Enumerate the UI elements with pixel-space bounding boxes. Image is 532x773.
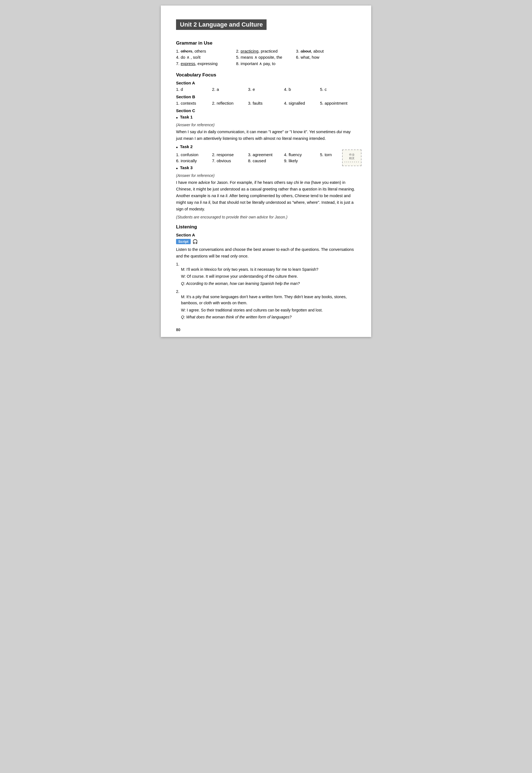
vocab-section-a-label: Section A (176, 81, 356, 85)
conv2-Q: Q: What does the woman think of the writ… (181, 314, 356, 320)
conv2-W: W: I agree. So their traditional stories… (181, 307, 356, 313)
grammar-cell-3-1: 7. express, expressing (176, 61, 236, 66)
grammar-text: 1. others, others (176, 49, 206, 53)
script-badge: Script (176, 239, 191, 244)
bullet-icon: • (176, 115, 178, 122)
grammar-heading: Grammar in Use (176, 40, 356, 46)
grammar-text: 7. express, expressing (176, 61, 218, 66)
vocab-b-2: 2. reflection (212, 101, 248, 105)
conversation-1: 1. M: I'll work in Mexico for only two y… (176, 262, 356, 287)
task1-body: When I say dui in daily communication, i… (176, 129, 356, 142)
conv1-Q: Q: According to the woman, how can learn… (181, 280, 356, 287)
vocab-a-5: 5. c (320, 87, 356, 92)
task3-body2: (Students are encouraged to provide thei… (176, 215, 356, 219)
grammar-text: 5. means ∧ opposite, the (236, 55, 282, 60)
grammar-text: 3. about, about (296, 49, 324, 53)
grammar-row-2: 4. do ∧ , so/it 5. means ∧ opposite, the… (176, 55, 356, 60)
stamp-line2: 精灵 (349, 156, 355, 160)
stamp: 作业 精灵 • • • • • • • • (342, 150, 361, 166)
grammar-row-3: 7. express, expressing 8. important ∧ pa… (176, 61, 356, 66)
unit-title: Unit 2 Language and Culture (176, 19, 267, 30)
grammar-cell-1-1: 1. others, others (176, 49, 236, 53)
task1-label: Task 1 (180, 115, 193, 119)
grammar-cell-2-1: 4. do ∧ , so/it (176, 55, 236, 60)
task2-label: Task 2 (180, 144, 193, 149)
vocab-a-3: 3. e (248, 87, 284, 92)
stamp-dots: • • • • • • • • (345, 161, 359, 163)
task3-note: (Answer for reference) (176, 173, 356, 178)
grammar-row-1: 1. others, others 2. practicing, practic… (176, 49, 356, 53)
task3-body1: I have more advice for Jason. For exampl… (176, 179, 356, 213)
listening-section-a-label: Section A (176, 233, 356, 237)
conv1-M: M: I'll work in Mexico for only two year… (181, 266, 356, 272)
listening-intro: Listen to the conversations and choose t… (176, 246, 356, 260)
vocab-a-1: 1. d (176, 87, 212, 92)
task2-1: 1. confusion (176, 152, 212, 157)
vocab-section-b-label: Section B (176, 94, 356, 99)
vocab-section-c-label: Section C (176, 108, 356, 113)
script-line: Script 🎧 (176, 239, 356, 244)
task2-4: 4. fluency (284, 152, 320, 157)
grammar-text: 4. do ∧ , so/it (176, 55, 201, 60)
vocabulary-heading: Vocabulary Focus (176, 72, 356, 78)
conversation-2: 2. M: It's a pity that some languages do… (176, 289, 356, 320)
conv1-W: W: Of course. It will improve your under… (181, 273, 356, 279)
task3-label: Task 3 (180, 165, 193, 170)
vocab-b-3: 3. faults (248, 101, 284, 105)
listening-heading: Listening (176, 224, 356, 230)
task2-bullet: • Task 2 (176, 144, 356, 151)
grammar-cell-3-3 (296, 61, 356, 66)
task3-bullet: • Task 3 (176, 165, 356, 172)
grammar-text: 6. what, how (296, 55, 319, 60)
task1-note: (Answer for reference) (176, 123, 356, 127)
task2-row1: 1. confusion 2. response 3. agreement 4.… (176, 152, 356, 157)
task2-2: 2. response (212, 152, 248, 157)
page-number: 80 (176, 328, 180, 332)
vocab-b-4: 4. signalled (284, 101, 320, 105)
task2-3: 3. agreement (248, 152, 284, 157)
task2-6: 6. ironically (176, 158, 212, 163)
grammar-cell-2-3: 6. what, how (296, 55, 356, 60)
grammar-cell-2-2: 5. means ∧ opposite, the (236, 55, 296, 60)
task2-8: 8. caused (248, 158, 284, 163)
grammar-text: 2. practicing, practiced (236, 49, 278, 53)
task2-9: 9. likely (284, 158, 320, 163)
page: Unit 2 Language and Culture Grammar in U… (161, 6, 371, 337)
vocab-section-b-row: 1. contexts 2. reflection 3. faults 4. s… (176, 101, 356, 105)
conv2-M: M: It's a pity that some languages don't… (181, 294, 356, 306)
grammar-text: 8. important ∧ pay, to (236, 61, 275, 66)
bullet-icon: • (176, 144, 178, 151)
grammar-cell-3-2: 8. important ∧ pay, to (236, 61, 296, 66)
vocab-a-2: 2. a (212, 87, 248, 92)
vocab-section-a-row: 1. d 2. a 3. e 4. b 5. c (176, 87, 356, 92)
bullet-icon: • (176, 165, 178, 172)
vocab-a-4: 4. b (284, 87, 320, 92)
task2-7: 7. obvious (212, 158, 248, 163)
vocab-b-5: 5. appointment (320, 101, 356, 105)
task1-bullet: • Task 1 (176, 115, 356, 122)
grammar-cell-1-2: 2. practicing, practiced (236, 49, 296, 53)
stamp-line1: 作业 (349, 153, 355, 156)
vocab-b-1: 1. contexts (176, 101, 212, 105)
headphone-icon: 🎧 (192, 239, 198, 244)
grammar-cell-1-3: 3. about, about (296, 49, 356, 53)
task2-row2: 6. ironically 7. obvious 8. caused 9. li… (176, 158, 356, 163)
